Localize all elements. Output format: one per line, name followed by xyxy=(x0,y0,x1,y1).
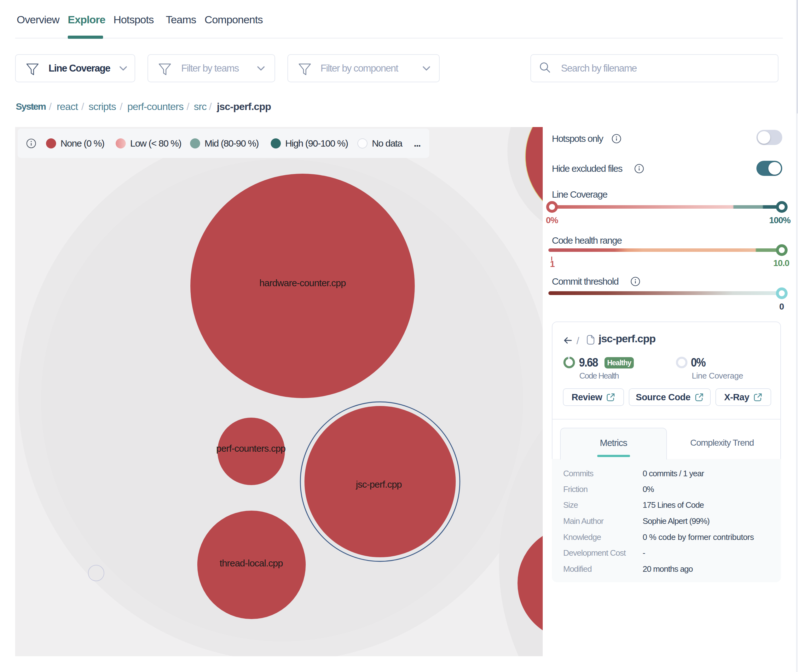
svg-text:perf-counters.cpp: perf-counters.cpp xyxy=(216,443,286,454)
svg-text:No data: No data xyxy=(372,138,403,149)
svg-text:thread-local.cpp: thread-local.cpp xyxy=(220,558,283,568)
svg-text:Low (< 80 %): Low (< 80 %) xyxy=(130,138,181,149)
svg-text:jsc-perf.cpp: jsc-perf.cpp xyxy=(355,479,402,490)
svg-text:None (0 %): None (0 %) xyxy=(61,138,104,149)
svg-text:High (90-100 %): High (90-100 %) xyxy=(285,138,348,149)
svg-text:...: ... xyxy=(414,138,421,149)
svg-text:hardware-counter.cpp: hardware-counter.cpp xyxy=(259,278,346,288)
svg-text:Mid (80-90 %): Mid (80-90 %) xyxy=(205,138,259,149)
